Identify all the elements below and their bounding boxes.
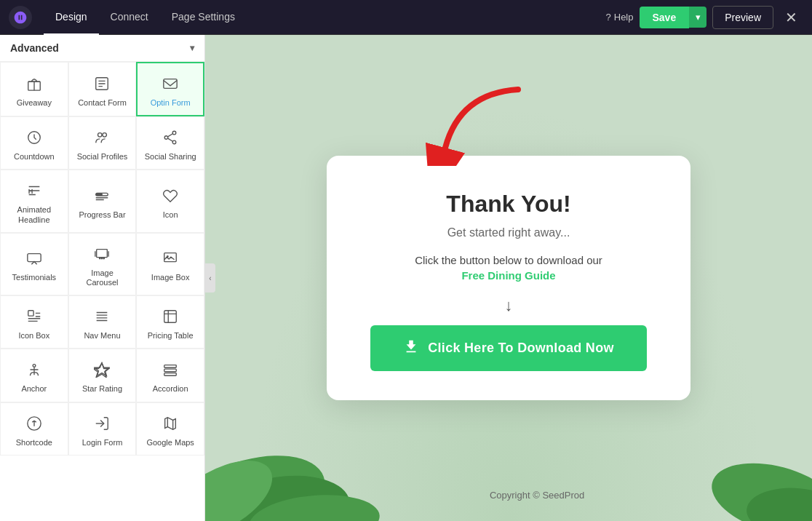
svg-point-16 [104, 258, 105, 258]
widget-star-rating-label: Star Rating [82, 384, 122, 394]
widget-image-carousel[interactable]: Image Carousel [68, 233, 137, 295]
svg-point-14 [102, 258, 103, 258]
svg-rect-11 [96, 193, 103, 196]
widget-countdown-label: Countdown [14, 152, 55, 162]
widget-google-maps-label: Google Maps [146, 438, 194, 448]
svg-point-5 [103, 133, 107, 138]
widget-icon[interactable]: Icon [136, 170, 204, 232]
widget-contact-form-label: Contact Form [78, 98, 127, 108]
widget-animated-headline-label: Animated Headline [7, 205, 62, 224]
iconbox-icon [24, 306, 44, 327]
svg-text:H: H [28, 188, 33, 195]
widget-star-rating[interactable]: Star Rating [68, 349, 137, 402]
card-title: Thank You! [370, 191, 647, 218]
tab-page-settings[interactable]: Page Settings [160, 0, 247, 35]
widget-testimonials-label: Testimonials [12, 273, 57, 282]
svg-point-30 [205, 465, 356, 521]
card-subtitle: Get started right away... [370, 226, 647, 239]
login-icon [92, 413, 112, 434]
svg-point-21 [33, 365, 36, 367]
heart-icon [160, 186, 180, 206]
tab-connect[interactable]: Connect [99, 0, 160, 35]
widget-giveaway[interactable]: Giveaway [0, 62, 68, 116]
svg-point-7 [164, 136, 168, 140]
testimonial-icon [24, 248, 44, 269]
copyright-text: Copyright © SeedProd [490, 490, 584, 501]
svg-rect-12 [28, 254, 41, 262]
svg-rect-20 [164, 311, 177, 323]
widget-anchor-label: Anchor [21, 384, 47, 394]
form-icon [92, 73, 112, 94]
widget-shortcode-label: Shortcode [16, 438, 52, 448]
save-dropdown-button[interactable]: ▾ [689, 7, 706, 28]
widget-optin-form-label: Optin Form [151, 98, 191, 108]
sidebar-section-header: Advanced ▾ [0, 35, 204, 62]
widget-animated-headline[interactable]: H Animated Headline [0, 170, 68, 232]
leaf-decoration-right [666, 375, 812, 521]
gift-icon [24, 73, 44, 94]
svg-point-8 [172, 140, 176, 144]
card-link[interactable]: Free Dining Guide [370, 269, 647, 282]
progressbar-icon [92, 186, 112, 206]
anchor-icon [24, 359, 44, 380]
top-navigation: Design Connect Page Settings ? Help Save… [0, 0, 812, 35]
widget-shortcode[interactable]: Shortcode [0, 402, 68, 456]
widget-grid: Giveaway Contact Form [0, 62, 204, 456]
svg-rect-19 [28, 311, 33, 316]
widget-social-sharing[interactable]: Social Sharing [136, 116, 204, 170]
svg-point-31 [205, 445, 284, 521]
widget-image-carousel-label: Image Carousel [75, 269, 130, 287]
widget-icon-label: Icon [163, 210, 178, 220]
widget-google-maps[interactable]: Google Maps [136, 402, 204, 456]
widget-image-box[interactable]: Image Box [136, 233, 204, 295]
download-button-label: Click Here To Download Now [428, 341, 614, 356]
tab-design[interactable]: Design [44, 0, 99, 35]
sidebar-collapse-handle[interactable]: ‹ [205, 263, 215, 293]
svg-point-18 [167, 255, 169, 258]
widget-progress-bar[interactable]: Progress Bar [68, 170, 137, 232]
widget-countdown[interactable]: Countdown [0, 116, 68, 170]
chevron-up-icon[interactable]: ▾ [190, 43, 194, 53]
carousel-icon [92, 244, 112, 264]
close-button[interactable]: ✕ [779, 6, 803, 29]
widget-nav-menu-label: Nav Menu [84, 331, 120, 341]
widget-icon-box[interactable]: Icon Box [0, 295, 68, 349]
thankyou-card: Thank You! Get started right away... Cli… [327, 156, 690, 400]
sidebar: Advanced ▾ Giveaway [0, 35, 205, 521]
svg-point-4 [98, 133, 103, 138]
widget-progress-bar-label: Progress Bar [79, 210, 125, 220]
share-icon [160, 127, 180, 148]
help-label: Help [614, 12, 634, 23]
pricingtable-icon [160, 306, 180, 327]
widget-social-sharing-label: Social Sharing [145, 152, 196, 162]
widget-contact-form[interactable]: Contact Form [68, 62, 137, 116]
svg-rect-2 [164, 79, 177, 89]
download-button[interactable]: Click Here To Download Now [370, 325, 647, 371]
widget-anchor[interactable]: Anchor [0, 349, 68, 402]
widget-image-box-label: Image Box [151, 273, 190, 282]
widget-icon-box-label: Icon Box [18, 331, 49, 341]
widget-optin-form[interactable]: Optin Form [136, 62, 204, 116]
preview-button[interactable]: Preview [712, 6, 773, 29]
widget-social-profiles[interactable]: Social Profiles [68, 116, 137, 170]
widget-giveaway-label: Giveaway [17, 98, 52, 108]
widget-pricing-table[interactable]: Pricing Table [136, 295, 204, 349]
heading-icon: H [24, 180, 44, 201]
maps-icon [160, 413, 180, 434]
svg-point-15 [100, 258, 100, 258]
help-button[interactable]: ? Help [606, 12, 634, 23]
widget-testimonials[interactable]: Testimonials [0, 233, 68, 295]
widget-social-profiles-label: Social Profiles [77, 152, 128, 162]
question-icon: ? [606, 12, 611, 23]
svg-point-34 [744, 484, 812, 521]
nav-tabs: Design Connect Page Settings [44, 0, 606, 35]
widget-pricing-table-label: Pricing Table [148, 331, 194, 341]
svg-point-29 [205, 436, 338, 521]
widget-login-form[interactable]: Login Form [68, 402, 137, 456]
save-button[interactable]: Save [640, 7, 690, 28]
widget-accordion-label: Accordion [153, 384, 188, 394]
svg-rect-23 [164, 365, 177, 368]
widget-nav-menu[interactable]: Nav Menu [68, 295, 137, 349]
svg-point-33 [704, 450, 812, 521]
widget-accordion[interactable]: Accordion [136, 349, 204, 402]
